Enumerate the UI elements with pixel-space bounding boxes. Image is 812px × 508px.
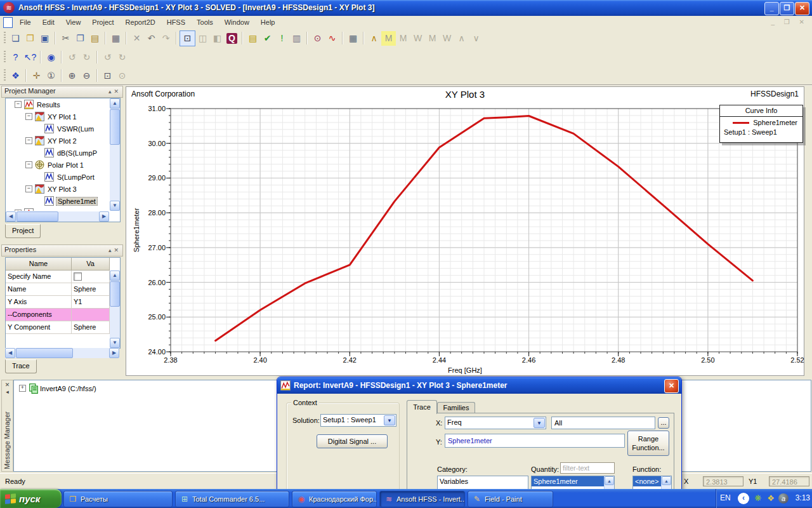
trace-tab[interactable]: Trace <box>5 359 37 373</box>
legend[interactable]: Curve Info Sphere1meter Setup1 : Sweep1 <box>719 105 803 143</box>
panel-close-icon[interactable]: ✕ <box>114 247 121 253</box>
zoom-actual-icon[interactable]: ① <box>44 69 58 83</box>
menu-tools[interactable]: Tools <box>191 16 219 29</box>
save-icon[interactable]: ▣ <box>37 31 52 46</box>
panel-close-icon[interactable]: ✕ <box>114 88 121 95</box>
clock[interactable]: 3:13 <box>796 493 810 502</box>
scrollbar-thumb[interactable] <box>110 109 120 145</box>
scroll-up-icon[interactable]: ▲ <box>605 476 614 485</box>
validate-check-icon[interactable]: ✔ <box>260 31 275 46</box>
tree-item-7[interactable]: −XY Plot 3 <box>6 183 109 195</box>
properties-header[interactable]: Properties ▴✕ <box>1 244 123 257</box>
task-button-4[interactable]: ✎Field - Paint <box>468 491 553 507</box>
quantity-filter-input[interactable]: filter-text <box>560 462 615 474</box>
paste-icon[interactable]: ▤ <box>88 31 102 46</box>
help-topics-icon[interactable]: ? <box>8 50 23 65</box>
column-header-value[interactable]: Va <box>72 258 110 271</box>
tree-item-1[interactable]: −XY Plot 1 <box>6 110 109 123</box>
properties-vscrollbar[interactable]: ▲ ▼ <box>110 271 120 348</box>
plot-area[interactable] <box>163 106 805 359</box>
scroll-right-icon[interactable]: ▶ <box>109 348 119 358</box>
matrix-data-icon[interactable]: Q <box>225 31 239 46</box>
child-window-controls[interactable]: _ ❐ ✕ <box>771 18 808 25</box>
scrollbar-thumb[interactable] <box>16 348 73 358</box>
menu-window[interactable]: Window <box>219 16 255 29</box>
minus-expander[interactable]: − <box>25 161 32 168</box>
language-indicator[interactable]: EN <box>720 493 731 502</box>
digital-signal-button[interactable]: Digital Signal ... <box>317 434 388 448</box>
menu-report2d[interactable]: Report2D <box>120 16 161 29</box>
checkbox[interactable] <box>74 272 82 281</box>
menu-view[interactable]: View <box>60 16 87 29</box>
scrollbar-thumb[interactable] <box>110 281 120 307</box>
project-manager-header[interactable]: Project Manager ▴✕ <box>1 86 123 98</box>
y-quantity-field[interactable]: Sphere1meter <box>445 434 625 448</box>
chevron-down-icon[interactable]: ▼ <box>384 415 395 425</box>
zoom-out-icon[interactable]: ⊖ <box>79 69 94 83</box>
mm-collapse-icon[interactable]: ◂ <box>6 389 9 395</box>
menu-edit[interactable]: Edit <box>37 16 60 29</box>
minus-expander[interactable]: − <box>25 185 32 192</box>
zoom-window-icon[interactable]: ⊡ <box>100 69 115 83</box>
browse-button[interactable]: ... <box>658 417 669 429</box>
dialog-title-bar[interactable]: Report: InvertA9 - HFSSDesign1 - XY Plot… <box>277 377 681 394</box>
menu-project[interactable]: Project <box>86 16 119 29</box>
tray-a-icon[interactable]: a <box>778 493 789 504</box>
tab-trace[interactable]: Trace <box>407 400 437 414</box>
project-tab[interactable]: Project <box>5 224 41 238</box>
list-item[interactable]: <none> <box>633 476 664 486</box>
minimize-button[interactable]: _ <box>764 2 779 15</box>
field-overlay-icon[interactable]: ⊙ <box>310 31 325 46</box>
menu-file[interactable]: File <box>14 16 37 29</box>
solution-dropdown[interactable]: Setup1 : Sweep1 ▼ <box>320 414 396 427</box>
tree-item-2[interactable]: VSWR(Lum <box>6 123 109 135</box>
start-button[interactable]: пуск <box>0 489 62 508</box>
scroll-down-icon[interactable]: ▼ <box>110 201 120 211</box>
report-icon[interactable]: ▥ <box>289 31 304 46</box>
scroll-left-icon[interactable]: ◀ <box>6 211 16 222</box>
task-button-2[interactable]: ◉Краснодарский Фор... <box>292 491 377 507</box>
plus-expander[interactable]: + <box>15 210 22 211</box>
minus-expander[interactable]: − <box>25 137 32 144</box>
scroll-up-icon[interactable]: ▲ <box>110 271 120 281</box>
mm-close-icon[interactable]: ✕ <box>5 382 10 388</box>
solution-data-icon[interactable]: ▤ <box>246 31 260 46</box>
scroll-up-icon[interactable]: ▲ <box>662 476 671 485</box>
project-tree-vscrollbar[interactable]: ▲ ▼ <box>110 98 120 211</box>
tree-item-9[interactable]: +Port Field Display <box>6 207 109 211</box>
create-report-icon[interactable]: ∿ <box>325 31 339 46</box>
property-row-0[interactable]: Specify Name <box>6 271 120 283</box>
task-button-1[interactable]: ⊞Total Commander 6.5... <box>175 491 289 507</box>
dialog-close-icon[interactable]: ✕ <box>664 379 679 393</box>
scroll-right-icon[interactable]: ▶ <box>99 211 109 222</box>
x-axis-dropdown[interactable]: Freq ▼ <box>445 417 546 429</box>
child-window-icon[interactable] <box>3 17 13 28</box>
tree-item-6[interactable]: S(LumpPort <box>6 171 109 183</box>
tree-item-8[interactable]: Sphere1met <box>6 195 109 207</box>
tree-item-3[interactable]: −XY Plot 2 <box>6 135 109 147</box>
print-icon[interactable]: ▦ <box>108 31 123 46</box>
tray-app-icon[interactable]: ❖ <box>766 493 776 504</box>
minus-expander[interactable]: − <box>15 101 22 108</box>
menu-hfss[interactable]: HFSS <box>161 16 191 29</box>
copy-image-icon[interactable]: ▦ <box>346 31 360 46</box>
tray-collapse-chevron-icon[interactable]: ‹ <box>738 493 749 504</box>
scroll-left-icon[interactable]: ◀ <box>5 348 15 358</box>
visibility-icon[interactable]: ◉ <box>44 50 58 65</box>
new-icon[interactable]: ❏ <box>8 31 23 46</box>
property-row-3[interactable]: --Components <box>6 309 120 321</box>
zoom-in-icon[interactable]: ⊕ <box>65 69 79 83</box>
x-domain-field[interactable]: All <box>551 417 655 429</box>
chevron-down-icon[interactable]: ▼ <box>534 418 545 428</box>
open-icon[interactable]: ❐ <box>23 31 37 46</box>
plus-expander[interactable]: + <box>19 385 26 392</box>
task-button-0[interactable]: ❒Расчеты <box>63 491 173 507</box>
cut-icon[interactable]: ✂ <box>58 31 73 46</box>
scroll-down-icon[interactable]: ▼ <box>110 338 120 348</box>
list-item[interactable]: Sphere1meter <box>532 476 606 486</box>
task-button-3[interactable]: ≋Ansoft HFSS - Invert... <box>379 491 465 507</box>
property-row-4[interactable]: Y ComponentSphere <box>6 321 120 334</box>
close-button[interactable]: ✕ <box>795 2 809 15</box>
property-row-2[interactable]: Y AxisY1 <box>6 296 120 309</box>
tree-item-4[interactable]: dB(S(LumpP <box>6 147 109 159</box>
